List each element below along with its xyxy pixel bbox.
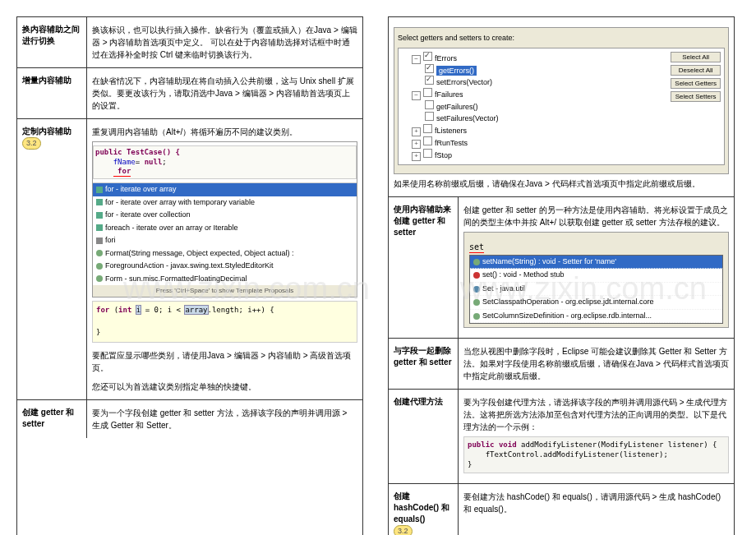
select-all-button[interactable]: Select All [671, 52, 721, 62]
p2r4-title: 创建 hashCode() 和 equals()3.2 [389, 484, 459, 535]
deselect-all-button[interactable]: Deselect All [671, 65, 721, 76]
template-list[interactable]: for - iterate over array for - iterate o… [93, 182, 357, 285]
p2r3-body: 要为字段创建代理方法，请选择该字段的声明并调用源代码 > 生成代理方法。这将把所… [463, 396, 729, 433]
p2r1-title: 使用内容辅助来创建 getter 和 setter [389, 197, 459, 339]
row1-body: 换该标识，也可以执行插入操作。缺省行为（覆盖或插入）在Java > 编辑器 > … [87, 17, 362, 67]
p2r2-body: 当您从视图中删除字段时，Eclipse 可能会建议删除其 Getter 和 Se… [459, 339, 734, 389]
row3-body3: 您还可以为首选建议类别指定单独的快捷键。 [92, 380, 357, 393]
left-page: 换内容辅助之间进行切换 换该标识，也可以执行插入操作。缺省行为（覆盖或插入）在J… [16, 16, 363, 535]
row2-body: 在缺省情况下，内容辅助现在将自动插入公共前缀，这与 Unix shell 扩展类… [87, 68, 362, 118]
row1-title: 换内容辅助之间进行切换 [17, 17, 87, 67]
row3-body: 重复调用内容辅助（Alt+/）将循环遍历不同的建议类别。 [92, 126, 357, 138]
dialog-note: 如果使用名称前缀或后缀，请确保在Java > 代码样式首选项页中指定此前缀或后缀… [394, 178, 729, 190]
p2r1-body: 创建 getter 和 setter 的另一种方法是使用内容辅助。将光标设置于成… [463, 204, 729, 228]
tree[interactable]: −fErrors getErrors() setErrors(Vector) −… [402, 52, 666, 161]
right-page: Select getters and setters to create: −f… [388, 16, 735, 535]
for-preview: for (int i = 0; i < array.length; i++) {… [92, 301, 357, 343]
select-setters-button[interactable]: Select Setters [671, 91, 721, 102]
code-assist-panel: public TestCase() { fName= null; for for… [92, 141, 357, 297]
content-assist-popup[interactable]: setName(String) : void - Setter for 'nam… [469, 255, 723, 325]
version-badge: 3.2 [22, 137, 41, 150]
row3-title: 定制内容辅助 3.2 [17, 119, 87, 399]
delegate-code: public void addModifyListener(ModifyList… [463, 436, 729, 473]
getter-setter-dialog: Select getters and setters to create: −f… [394, 27, 729, 174]
p2r3-title: 创建代理方法 [389, 390, 459, 483]
p2r2-title: 与字段一起删除 getter 和 setter [389, 339, 459, 389]
row4-title: 创建 getter 和 setter [17, 400, 87, 438]
row2-title: 增量内容辅助 [17, 68, 87, 118]
row3-body2: 要配置应显示哪些类别，请使用Java > 编辑器 > 内容辅助 > 高级首选项页… [92, 349, 357, 374]
row4-body: 要为一个字段创建 getter 和 setter 方法，选择该字段的声明并调用源… [87, 400, 362, 438]
version-badge: 3.2 [394, 525, 413, 535]
p2r4-body: 要创建方法 hashCode() 和 equals()，请调用源代码 > 生成 … [459, 484, 734, 535]
select-getters-button[interactable]: Select Getters [671, 78, 721, 89]
dialog-caption: Select getters and setters to create: [398, 33, 725, 44]
set-input[interactable]: set [469, 242, 484, 253]
template-footer: Press 'Ctrl+Space' to show Template Prop… [93, 285, 357, 297]
